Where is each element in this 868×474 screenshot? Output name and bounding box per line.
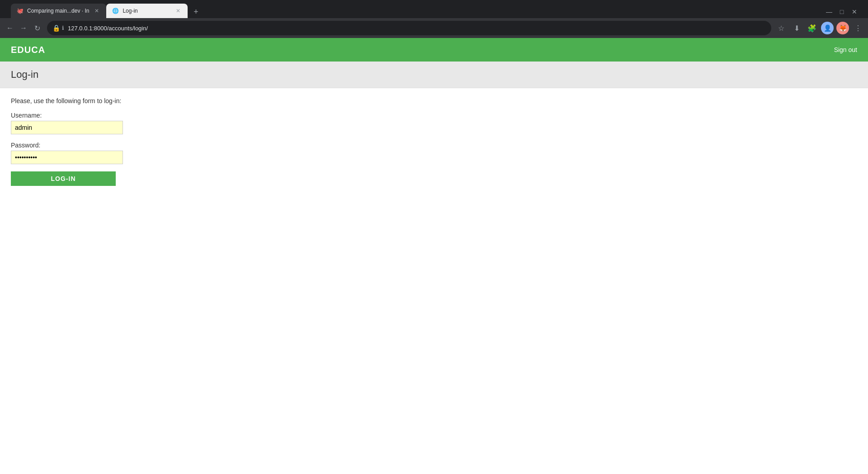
password-label: Password: — [11, 142, 857, 149]
tab-bar: 🐙 Comparing main...dev · In ✕ 🌐 Log-in ✕… — [7, 4, 864, 18]
add-tab-button[interactable]: + — [189, 5, 202, 18]
tab-comparing[interactable]: 🐙 Comparing main...dev · In ✕ — [11, 4, 106, 18]
username-group: Username: — [11, 112, 857, 134]
download-icon[interactable]: ⬇ — [790, 22, 803, 34]
forward-button[interactable]: → — [17, 22, 30, 34]
password-group: Password: — [11, 142, 857, 164]
login-button[interactable]: LOG-IN — [11, 171, 116, 186]
browser-titlebar: 🐙 Comparing main...dev · In ✕ 🌐 Log-in ✕… — [0, 0, 868, 18]
restore-window-icon[interactable]: □ — [835, 5, 848, 18]
minimize-window-icon[interactable]: — — [823, 5, 835, 18]
toolbar-left: ← → ↻ — [4, 22, 43, 34]
login-form: Username: Password: LOG-IN — [11, 112, 857, 186]
address-text: 127.0.0.1:8000/accounts/login/ — [68, 25, 766, 32]
tab-title-comparing: Comparing main...dev · In — [27, 8, 89, 14]
tab-login[interactable]: 🌐 Log-in ✕ — [106, 4, 188, 18]
app-logo: EDUCA — [11, 45, 45, 55]
browser-chrome: 🐙 Comparing main...dev · In ✕ 🌐 Log-in ✕… — [0, 0, 868, 38]
page-content: Please, use the following form to log-in… — [0, 88, 868, 474]
tab-favicon-comparing: 🐙 — [16, 7, 24, 14]
tab-close-login[interactable]: ✕ — [174, 7, 182, 15]
page-title: Log-in — [11, 69, 857, 81]
back-button[interactable]: ← — [4, 22, 16, 34]
form-description: Please, use the following form to log-in… — [11, 97, 857, 104]
address-bar[interactable]: 🔒 ℹ 127.0.0.1:8000/accounts/login/ — [47, 21, 771, 35]
profile-button[interactable]: 👤 — [821, 22, 834, 34]
security-icon: 🔒 ℹ — [52, 24, 64, 32]
page-header: Log-in — [0, 62, 868, 88]
browser-toolbar: ← → ↻ 🔒 ℹ 127.0.0.1:8000/accounts/login/… — [0, 18, 868, 38]
tab-favicon-login: 🌐 — [112, 7, 119, 14]
extensions-icon[interactable]: 🧩 — [806, 22, 818, 34]
app-navbar: EDUCA Sign out — [0, 38, 868, 62]
tab-close-comparing[interactable]: ✕ — [93, 7, 101, 15]
sign-out-button[interactable]: Sign out — [834, 46, 857, 53]
tab-title-login: Log-in — [123, 8, 170, 14]
toolbar-right: ☆ ⬇ 🧩 👤 🦊 ⋮ — [775, 22, 864, 34]
extensions-puzzle-icon[interactable]: 🦊 — [836, 22, 849, 34]
menu-icon[interactable]: ⋮ — [852, 22, 864, 34]
refresh-button[interactable]: ↻ — [31, 22, 43, 34]
close-window-icon[interactable]: ✕ — [848, 5, 861, 18]
username-input[interactable] — [11, 121, 123, 134]
password-input[interactable] — [11, 151, 123, 164]
bookmark-star-icon[interactable]: ☆ — [775, 22, 788, 34]
info-icon: ℹ — [62, 25, 64, 31]
shield-icon: 🔒 — [52, 24, 60, 32]
username-label: Username: — [11, 112, 857, 119]
